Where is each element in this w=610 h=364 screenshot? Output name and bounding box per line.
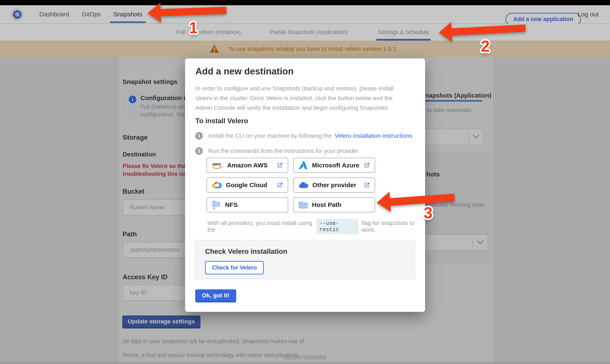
provider-google-cloud[interactable]: Google Cloud	[207, 178, 288, 193]
provider-host-path[interactable]: Host Path	[293, 197, 375, 212]
arrow-head	[439, 22, 452, 42]
external-link-icon	[277, 162, 283, 169]
annotation-number-2: 2	[481, 37, 490, 55]
modal-title: Add a new destination	[195, 66, 294, 77]
arrow-head	[147, 3, 161, 23]
arrow-head	[376, 192, 391, 213]
annotation-number-1: 1	[189, 18, 198, 37]
step-number-badge: 2	[195, 147, 203, 155]
provider-label: NFS	[225, 201, 238, 208]
arrow-shaft	[389, 194, 455, 206]
step-text: Install the CLI on your machine by follo…	[208, 132, 332, 139]
velero-instructions-link[interactable]: Velero installation instructions	[335, 132, 412, 139]
provider-nfs[interactable]: NFS	[207, 197, 288, 212]
ok-got-it-button[interactable]: Ok, got it!	[195, 289, 236, 302]
install-step-1: 1 Install the CLI on your machine by fol…	[195, 132, 412, 140]
svg-text:aws: aws	[212, 161, 221, 166]
restic-note: With all providers, you must install usi…	[208, 219, 425, 234]
cloud-icon	[299, 181, 308, 189]
provider-label: Amazon AWS	[227, 162, 268, 169]
restic-note-prefix: With all providers, you must install usi…	[208, 220, 313, 233]
provider-button-grid: aws Amazon AWS Microsoft Azure	[207, 158, 375, 212]
provider-amazon-aws[interactable]: aws Amazon AWS	[207, 158, 288, 173]
azure-icon	[299, 161, 308, 169]
check-velero-section: Check Velero installation Check for Vele…	[195, 240, 415, 279]
provider-label: Microsoft Azure	[312, 162, 360, 169]
install-step-2: 2 Run the commands from the instructions…	[195, 147, 358, 155]
arrow-shaft	[160, 7, 226, 16]
provider-label: Host Path	[312, 201, 341, 208]
provider-other[interactable]: Other provider	[293, 178, 375, 193]
step-text: Run the commands from the instructions f…	[208, 148, 358, 154]
install-velero-heading: To install Velero	[195, 117, 248, 125]
annotation-arrow-1	[147, 0, 227, 23]
nfs-folder-icon	[212, 200, 221, 209]
external-link-icon	[364, 182, 370, 188]
external-link-icon	[364, 162, 370, 169]
arrow-shaft	[451, 24, 526, 36]
step-number-badge: 1	[195, 132, 203, 140]
add-destination-modal: Add a new destination In order to config…	[185, 58, 425, 312]
check-velero-heading: Check Velero installation	[205, 247, 405, 256]
check-for-velero-button[interactable]: Check for Velero	[205, 261, 264, 274]
folder-icon	[299, 201, 308, 208]
aws-icon: aws	[212, 161, 223, 169]
modal-description: In order to configure and use Snapshots …	[195, 84, 410, 113]
annotation-number-3: 3	[424, 204, 432, 222]
provider-label: Google Cloud	[226, 182, 267, 189]
provider-microsoft-azure[interactable]: Microsoft Azure	[293, 158, 375, 173]
provider-label: Other provider	[312, 182, 356, 189]
restic-flag-code: --use-restic	[316, 219, 359, 234]
google-cloud-icon	[212, 181, 222, 189]
restic-note-suffix: flag for snapshots to work.	[362, 220, 425, 233]
external-link-icon	[277, 182, 283, 188]
screenshot-stage: ☸ Dashboard GitOps Snapshots Add a new a…	[0, 0, 610, 364]
